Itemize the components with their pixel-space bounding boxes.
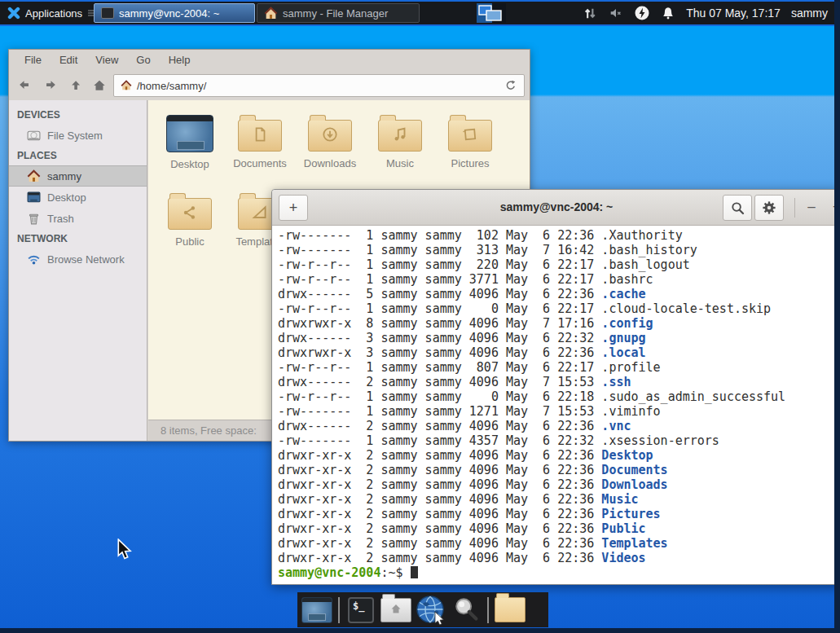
file-name: .bash_history xyxy=(601,243,697,257)
sidebar-item-desktop[interactable]: Desktop xyxy=(9,187,147,208)
sidebar-item-file-system[interactable]: File System xyxy=(9,125,147,146)
folder-item-downloads[interactable]: Downloads xyxy=(295,110,365,188)
line-prefix: drwx------ 2 sammy sammy 4096 May 7 15:5… xyxy=(278,375,601,389)
line-prefix: drwxr-xr-x 2 sammy sammy 4096 May 6 22:3… xyxy=(278,477,601,492)
home-button[interactable] xyxy=(89,75,110,96)
dock-separator xyxy=(338,597,340,623)
terminal-icon xyxy=(101,7,114,19)
line-prefix: drwxr-xr-x 2 sammy sammy 4096 May 6 22:3… xyxy=(278,551,601,565)
folder-item-documents[interactable]: Documents xyxy=(225,110,295,188)
file-name: .cache xyxy=(601,287,645,301)
workspace-pager[interactable] xyxy=(477,3,506,23)
terminal-line: -rw-r--r-- 1 sammy sammy 220 May 6 22:17… xyxy=(278,257,834,272)
reload-icon[interactable] xyxy=(504,79,517,92)
terminal-line: drwx------ 2 sammy sammy 4096 May 6 22:3… xyxy=(278,419,834,433)
terminal-line: drwxrwxr-x 8 sammy sammy 4096 May 7 17:1… xyxy=(278,316,834,331)
maximize-button[interactable]: + xyxy=(825,195,834,219)
minimize-button[interactable]: – xyxy=(800,195,823,219)
menu-item-edit[interactable]: Edit xyxy=(51,50,86,71)
search-button[interactable] xyxy=(723,195,752,221)
dock-terminal-icon[interactable]: $_ xyxy=(345,595,376,626)
line-prefix: -rw------- 1 sammy sammy 4357 May 6 22:3… xyxy=(278,433,601,448)
sidebar-item-label: Browse Network xyxy=(47,253,125,266)
menu-item-go[interactable]: Go xyxy=(127,50,159,71)
downloads-folder-icon-glyph xyxy=(321,125,339,147)
terminal-cursor xyxy=(411,566,418,578)
notification-bell-icon[interactable] xyxy=(661,6,675,20)
terminal-line: drwxr-xr-x 2 sammy sammy 4096 May 6 22:3… xyxy=(278,463,834,477)
folder-item-music[interactable]: Music xyxy=(365,110,435,188)
line-prefix: drwxrwxr-x 8 sammy sammy 4096 May 7 17:1… xyxy=(278,316,601,331)
filesystem-icon xyxy=(27,129,41,143)
templates-folder-icon-glyph xyxy=(251,204,269,225)
sidebar-item-label: Trash xyxy=(47,213,74,225)
line-prefix: -rw-r--r-- 1 sammy sammy 0 May 6 22:17 xyxy=(278,301,601,316)
menu-item-help[interactable]: Help xyxy=(160,50,200,71)
folder-item-label: Music xyxy=(365,157,435,169)
prompt-user-host: sammy@vnc-2004 xyxy=(278,565,380,580)
line-prefix: -rw-r--r-- 1 sammy sammy 0 May 6 22:18 xyxy=(278,389,601,404)
sidebar-item-browse-network[interactable]: Browse Network xyxy=(9,248,147,270)
terminal-headerbar[interactable]: + sammy@vnc-2004: ~ – + xyxy=(272,190,834,226)
terminal-line: drwxr-xr-x 2 sammy sammy 4096 May 6 22:3… xyxy=(278,507,834,521)
terminal-output[interactable]: -rw------- 1 sammy sammy 102 May 6 22:36… xyxy=(272,226,834,584)
dock-folder-icon[interactable] xyxy=(495,595,526,626)
new-tab-button[interactable]: + xyxy=(279,195,308,221)
folder-item-desktop[interactable]: Desktop xyxy=(155,110,225,188)
panel-username[interactable]: sammy xyxy=(791,7,828,20)
dock-search-icon[interactable] xyxy=(451,595,482,626)
power-manager-icon[interactable] xyxy=(634,5,650,21)
volume-muted-icon[interactable] xyxy=(609,6,623,20)
address-text: /home/sammy/ xyxy=(137,80,499,92)
sidebar-header-network: NETWORK xyxy=(9,229,147,248)
file-name: .gnupg xyxy=(601,331,645,345)
terminal-line: -rw------- 1 sammy sammy 102 May 6 22:36… xyxy=(278,228,834,243)
folder-item-label: Desktop xyxy=(155,158,225,170)
address-bar[interactable]: /home/sammy/ xyxy=(113,74,525,97)
file-name: Desktop xyxy=(601,448,653,463)
terminal-line: drwxr-xr-x 2 sammy sammy 4096 May 6 22:3… xyxy=(278,492,834,507)
file-name: .sudo_as_admin_successful xyxy=(601,389,785,404)
sidebar-header-places: PLACES xyxy=(9,146,147,165)
sidebar-item-trash[interactable]: Trash xyxy=(9,208,147,229)
terminal-line: -rw------- 1 sammy sammy 1271 May 7 15:5… xyxy=(278,404,834,419)
file-name: .ssh xyxy=(601,375,631,389)
pictures-folder-icon-glyph xyxy=(461,125,479,147)
menu-item-file[interactable]: File xyxy=(15,50,51,71)
dock-show-desktop-icon[interactable] xyxy=(301,595,332,626)
folder-item-label: Pictures xyxy=(435,157,505,169)
line-prefix: -rw-r--r-- 1 sammy sammy 3771 May 6 22:1… xyxy=(278,272,601,287)
menu-item-view[interactable]: View xyxy=(86,50,127,71)
file-name: Music xyxy=(601,492,638,507)
file-name: Downloads xyxy=(601,477,667,492)
taskbar-button-sammy-vnc-2004-[interactable]: sammy@vnc-2004: ~ xyxy=(94,3,255,23)
home-icon xyxy=(121,80,132,91)
pictures-folder-icon xyxy=(448,120,492,152)
forward-button[interactable] xyxy=(40,75,61,96)
line-prefix: drwxr-xr-x 2 sammy sammy 4096 May 6 22:3… xyxy=(278,492,601,507)
xfce-logo-icon xyxy=(7,7,20,20)
dock-browser-icon[interactable] xyxy=(416,595,446,626)
header-separator xyxy=(794,198,795,218)
applications-menu-button[interactable]: Applications xyxy=(3,2,99,24)
terminal-line: drwx------ 5 sammy sammy 4096 May 6 22:3… xyxy=(278,287,834,301)
back-button[interactable] xyxy=(14,75,35,96)
up-button[interactable] xyxy=(66,75,87,96)
file-name: .local xyxy=(601,345,645,360)
folder-item-public[interactable]: Public xyxy=(155,188,225,266)
terminal-line: -rw-r--r-- 1 sammy sammy 0 May 6 22:17 .… xyxy=(278,301,834,316)
file-name: Documents xyxy=(601,463,667,477)
taskbar-button-sammy-file-manager[interactable]: sammy - File Manager xyxy=(257,3,420,23)
folder-item-pictures[interactable]: Pictures xyxy=(435,110,505,188)
dock-home-folder-icon[interactable] xyxy=(380,595,411,626)
taskbar-button-label: sammy - File Manager xyxy=(283,7,388,20)
preferences-button[interactable] xyxy=(754,195,784,221)
network-traffic-icon[interactable] xyxy=(583,6,598,21)
network-icon xyxy=(27,253,41,266)
clock[interactable]: Thu 07 May, 17:17 xyxy=(686,7,781,20)
sidebar-item-sammy[interactable]: sammy xyxy=(9,165,147,187)
sidebar-item-label: Desktop xyxy=(47,191,86,204)
file-name: Pictures xyxy=(601,507,660,521)
line-prefix: drwxr-xr-x 2 sammy sammy 4096 May 6 22:3… xyxy=(278,536,601,551)
gear-icon xyxy=(761,200,777,216)
